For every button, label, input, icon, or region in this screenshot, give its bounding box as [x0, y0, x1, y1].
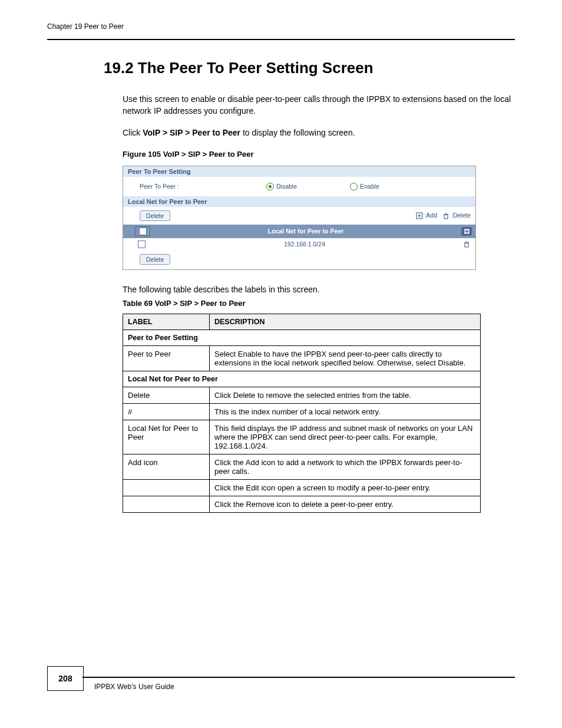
row-value: 192.168.1.0/24	[148, 241, 461, 248]
cell-r3-label: #	[123, 404, 210, 420]
radio-disable-label: Disable	[276, 183, 297, 190]
radio-disable[interactable]: Disable	[266, 183, 297, 190]
page-number: 208	[47, 666, 84, 691]
cell-r5-desc: Click the Add icon to add a network to w…	[210, 454, 481, 480]
intro-paragraph-2: Click VoIP > SIP > Peer to Peer to displ…	[123, 127, 511, 139]
legend: :Add :Delete	[416, 212, 471, 219]
row-peer-to-peer: Peer to Peer Select Enable to have the I…	[123, 346, 481, 371]
legend-add-text: :Add	[424, 212, 437, 219]
table-intro: The following table describes the labels…	[123, 284, 511, 296]
footer-guide-title: IPPBX Web’s User Guide	[94, 683, 174, 691]
figure-caption: Figure 105 VoIP > SIP > Peer to Peer	[123, 150, 516, 159]
intro-post: to display the following screen.	[243, 128, 355, 137]
cell-r7-label	[123, 496, 210, 513]
svg-rect-3	[444, 215, 448, 219]
intro-paragraph-1: Use this screen to enable or disable pee…	[123, 94, 511, 117]
radio-enable[interactable]: Enable	[350, 183, 379, 190]
row-add-icon: Add icon Click the Add icon to add a net…	[123, 454, 481, 480]
band-local-net: Local Net for Peer to Peer	[123, 196, 475, 207]
row-delete-button[interactable]	[461, 241, 472, 248]
cell-r1-desc: Select Enable to have the IPPBX send pee…	[210, 346, 481, 371]
peer-to-peer-row: Peer To Peer : Disable Enable	[123, 177, 475, 196]
band-p2p-setting: Peer To Peer Setting	[123, 166, 475, 177]
row-localnet: Local Net for Peer to Peer This field di…	[123, 420, 481, 454]
footer-rule	[88, 677, 515, 678]
group-p2p-setting: Peer to Peer Setting	[123, 330, 481, 346]
cell-r4-label: Local Net for Peer to Peer	[123, 420, 210, 454]
table-header-label: Local Net for Peer to Peer	[150, 228, 461, 235]
table-header-row: Local Net for Peer to Peer	[123, 225, 475, 238]
cell-r7-desc: Click the Remove icon to delete a peer-t…	[210, 496, 481, 513]
svg-rect-9	[465, 243, 468, 247]
peer-to-peer-label: Peer To Peer :	[140, 183, 266, 190]
cell-r1-label: Peer to Peer	[123, 346, 210, 371]
group-local-net-cell: Local Net for Peer to Peer	[123, 371, 481, 387]
group-p2p-setting-cell: Peer to Peer Setting	[123, 330, 481, 346]
cell-r4-desc: This field displays the IP address and s…	[210, 420, 481, 454]
row-edit-icon: Click the Edit icon open a screen to mod…	[123, 480, 481, 496]
add-icon	[464, 228, 470, 235]
radio-enable-icon	[350, 183, 358, 190]
cell-r3-desc: This is the index number of a local netw…	[210, 404, 481, 420]
intro-pre: Click	[123, 128, 143, 137]
row-index: # This is the index number of a local ne…	[123, 404, 481, 420]
toolbar-top: Delete :Add :Delete	[123, 207, 475, 225]
desc-head-label: LABEL	[123, 314, 210, 330]
radio-disable-icon	[266, 183, 274, 190]
table-row: 192.168.1.0/24	[123, 238, 475, 251]
delete-button-top[interactable]: Delete	[140, 210, 170, 221]
row-remove-icon: Click the Remove icon to delete a peer-t…	[123, 496, 481, 513]
header-checkbox[interactable]	[135, 226, 150, 236]
description-table: LABEL DESCRIPTION Peer to Peer Setting P…	[123, 314, 481, 513]
group-local-net: Local Net for Peer to Peer	[123, 371, 481, 387]
add-legend-icon	[416, 212, 423, 219]
intro-path: VoIP > SIP > Peer to Peer	[143, 128, 240, 137]
cell-r2-label: Delete	[123, 387, 210, 404]
screenshot-panel: Peer To Peer Setting Peer To Peer : Disa…	[123, 166, 476, 270]
table-title: Table 69 VoIP > SIP > Peer to Peer	[123, 299, 516, 308]
chapter-label: Chapter 19 Peer to Peer	[47, 22, 124, 31]
cell-r5-label: Add icon	[123, 454, 210, 480]
delete-button-bottom[interactable]: Delete	[140, 254, 170, 265]
section-heading: 19.2 The Peer To Peer Setting Screen	[104, 59, 516, 77]
row-delete: Delete Click Delete to remove the select…	[123, 387, 481, 404]
toolbar-bottom: Delete	[123, 251, 475, 269]
cell-r6-label	[123, 480, 210, 496]
radio-enable-label: Enable	[360, 183, 379, 190]
cell-r2-desc: Click Delete to remove the selected entr…	[210, 387, 481, 404]
legend-delete-text: :Delete	[451, 212, 471, 219]
header-rule	[47, 39, 515, 40]
desc-header-row: LABEL DESCRIPTION	[123, 314, 481, 330]
trash-legend-icon	[442, 212, 449, 219]
row-checkbox[interactable]	[135, 241, 148, 248]
desc-head-desc: DESCRIPTION	[210, 314, 481, 330]
add-button[interactable]	[461, 227, 472, 236]
trash-icon	[463, 241, 470, 248]
cell-r6-desc: Click the Edit icon open a screen to mod…	[210, 480, 481, 496]
